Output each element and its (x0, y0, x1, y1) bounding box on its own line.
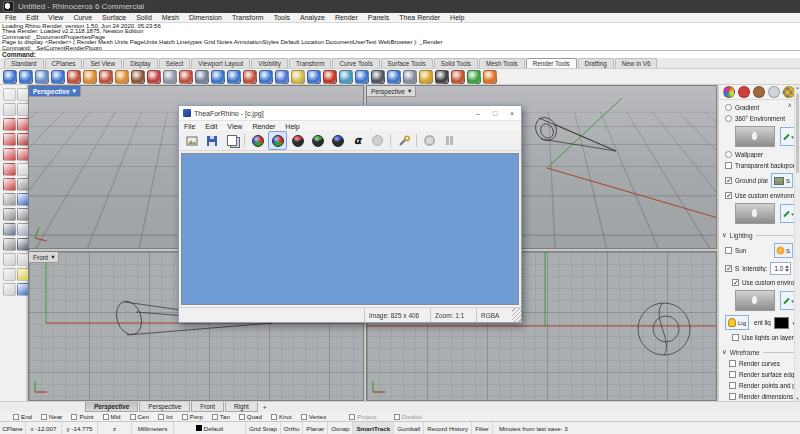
wireframe-checkbox[interactable] (729, 371, 736, 378)
toolbar-tab[interactable]: Render Tools (526, 58, 577, 68)
toolbar-icon[interactable] (243, 70, 257, 84)
toolbar-tab[interactable]: New in V6 (615, 58, 658, 68)
close-button[interactable]: × (505, 110, 519, 117)
toolbar-icon[interactable] (467, 70, 481, 84)
resize-grip[interactable] (512, 308, 521, 322)
osnap-option[interactable]: Near (41, 413, 62, 420)
menu-item[interactable]: Surface (97, 14, 131, 21)
menu-item[interactable]: Render (330, 14, 363, 21)
osnap-option[interactable]: Point (71, 413, 93, 420)
toolbar-tab[interactable]: Visibility (251, 58, 288, 68)
thea-menu-item[interactable]: Edit (200, 123, 222, 130)
disable-option[interactable]: Disable (394, 413, 423, 420)
toolbar-tab[interactable]: Viewport Layout (191, 58, 250, 68)
osnap-checkbox[interactable] (41, 414, 47, 420)
viewport-label-front[interactable]: Front▾ (29, 252, 59, 263)
minimize-button[interactable]: – (471, 110, 485, 117)
menu-item[interactable]: View (43, 14, 68, 21)
left-toolbar-icon[interactable] (3, 103, 16, 116)
toolbar-tab[interactable]: Curve Tools (332, 58, 379, 68)
layer-cell[interactable]: Default (174, 422, 246, 434)
panel-tab-icon[interactable] (738, 86, 750, 98)
toolbar-icon[interactable] (387, 70, 401, 84)
toolbar-icon[interactable] (419, 70, 433, 84)
spinner-arrows-icon[interactable] (785, 265, 789, 272)
toolbar-icon[interactable] (67, 70, 81, 84)
left-toolbar-icon[interactable] (3, 208, 16, 221)
sun-checkbox[interactable] (725, 247, 732, 254)
osnap-option[interactable]: Mid (103, 413, 121, 420)
use-custom-environment-checkbox[interactable] (725, 192, 732, 199)
left-toolbar-icon[interactable] (3, 163, 16, 176)
sun-settings-button[interactable]: S (774, 243, 793, 258)
left-toolbar-icon[interactable] (3, 178, 16, 191)
toolbar-icon[interactable] (483, 70, 497, 84)
blue-channel-button[interactable] (328, 131, 347, 150)
toolbar-tab[interactable]: Select (159, 58, 191, 68)
edit-environment-button[interactable]: ▾ (780, 127, 795, 146)
left-toolbar-icon[interactable] (3, 133, 16, 146)
osnap-checkbox[interactable] (71, 414, 77, 420)
osnap-checkbox[interactable] (239, 414, 245, 420)
osnap-checkbox[interactable] (13, 414, 19, 420)
toolbar-icon[interactable] (51, 70, 65, 84)
menu-item[interactable]: Tools (269, 14, 295, 21)
copy-image-button[interactable] (222, 131, 241, 150)
thea-menu-item[interactable]: Render (247, 123, 280, 130)
maximize-button[interactable]: □ (488, 110, 502, 117)
toolbar-icon[interactable] (275, 70, 289, 84)
menu-item[interactable]: Transform (227, 14, 269, 21)
toolbar-icon[interactable] (195, 70, 209, 84)
intensity-spinner[interactable]: 1.0 (770, 262, 791, 275)
skylight-custom-environment-checkbox[interactable] (732, 279, 739, 286)
ground-plane-checkbox[interactable] (725, 177, 732, 184)
toolbar-icon[interactable] (323, 70, 337, 84)
statusbar-toggle[interactable]: Ortho (281, 422, 303, 434)
osnap-checkbox[interactable] (271, 414, 277, 420)
osnap-checkbox[interactable] (182, 414, 188, 420)
toolbar-tab[interactable]: Transform (289, 58, 331, 68)
add-viewport-tab-button[interactable]: + (259, 403, 271, 412)
ambient-light-color-swatch[interactable] (774, 317, 789, 329)
viewport-label-perspective-2[interactable]: Perspective▾ (367, 86, 416, 97)
menu-item[interactable]: Edit (21, 14, 43, 21)
command-history[interactable]: Loading Rhino Render, version 1.50, Jun … (0, 23, 800, 50)
viewport-tab[interactable]: Front (191, 402, 224, 412)
toolbar-tab[interactable]: Standard (4, 58, 44, 68)
menu-item[interactable]: File (0, 14, 21, 21)
scroll-up-icon[interactable]: ▲ (795, 85, 800, 90)
wireframe-section-header[interactable]: ∨ Wireframe (722, 348, 796, 356)
render-setup-button[interactable] (394, 131, 413, 150)
environment-thumbnail[interactable] (735, 126, 775, 147)
edit-custom-environment-button[interactable]: ▾ (780, 204, 795, 223)
menu-item[interactable]: Panels (363, 14, 394, 21)
osnap-option[interactable]: Cen (130, 413, 149, 420)
toolbar-tab[interactable]: Set View (83, 58, 122, 68)
statusbar-toggle[interactable]: Gumball (394, 422, 424, 434)
menu-item[interactable]: Analyze (295, 14, 330, 21)
statusbar-toggle[interactable]: Osnap (328, 422, 353, 434)
use-lights-on-layers-checkbox[interactable] (732, 334, 739, 341)
toolbar-tab[interactable]: Solid Tools (434, 58, 478, 68)
toolbar-icon[interactable] (3, 70, 17, 84)
left-toolbar-icon[interactable] (3, 283, 16, 296)
toolbar-icon[interactable] (451, 70, 465, 84)
thea-render-window[interactable]: TheaForRhino - [c.jpg] – □ × FileEditVie… (178, 105, 522, 323)
thea-menu-item[interactable]: File (179, 123, 200, 130)
ground-plane-settings-button[interactable]: S (771, 173, 793, 188)
transparent-background-checkbox[interactable] (725, 162, 732, 169)
command-prompt[interactable]: Command: (0, 50, 800, 58)
wallpaper-radio[interactable] (725, 151, 732, 158)
toolbar-tab[interactable]: Display (123, 58, 158, 68)
menu-item[interactable]: Thea Render (394, 14, 445, 21)
osnap-checkbox[interactable] (212, 414, 218, 420)
left-toolbar-icon[interactable] (3, 193, 16, 206)
toolbar-icon[interactable] (163, 70, 177, 84)
toolbar-icon[interactable] (227, 70, 241, 84)
toolbar-icon[interactable] (19, 70, 33, 84)
osnap-checkbox[interactable] (301, 414, 307, 420)
osnap-option[interactable]: Tan (212, 413, 230, 420)
red-channel-button[interactable] (288, 131, 307, 150)
toolbar-icon[interactable] (131, 70, 145, 84)
menu-item[interactable]: Mesh (157, 14, 184, 21)
